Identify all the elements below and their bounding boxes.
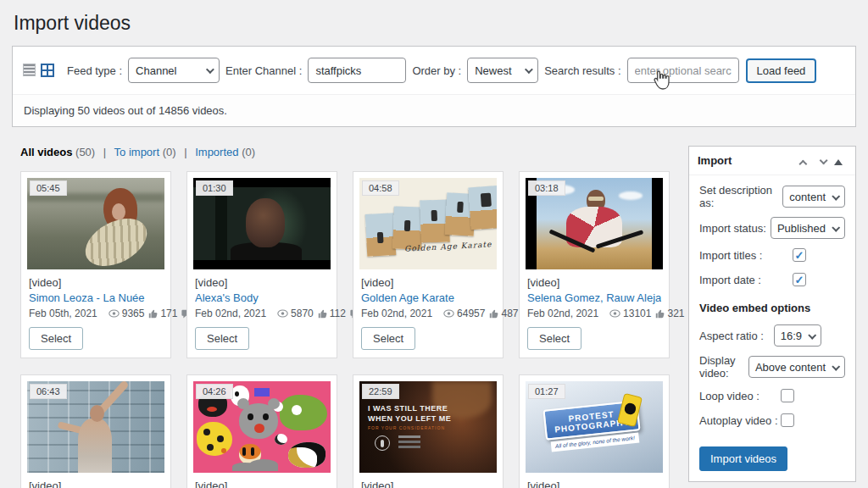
- duration-badge: 06:43: [30, 384, 67, 399]
- channel-input[interactable]: [308, 58, 406, 83]
- likes-count: 321: [667, 308, 684, 319]
- tab-to-import[interactable]: To import: [114, 146, 159, 158]
- thumbnail-art: [254, 424, 264, 433]
- video-card: 04:26 [video] Curious World of Animals (…: [186, 374, 337, 488]
- autoplay-video-checkbox[interactable]: [781, 413, 794, 427]
- video-thumbnail[interactable]: I WAS STILL THEREWHEN YOU LEFT ME FOR YO…: [359, 381, 497, 473]
- video-card: 01:30 [video] Alexa's Body Feb 02nd, 202…: [186, 171, 337, 358]
- video-list-tabs: All videos (50) | To import (0) | Import…: [20, 146, 676, 158]
- thumbnail-art: [193, 260, 331, 269]
- video-meta: Feb 05th, 2021 9365 171 18: [29, 308, 163, 319]
- move-up-icon[interactable]: [796, 155, 813, 167]
- page-title: Import videos: [0, 0, 868, 35]
- video-cards-grid: 05:45 [video] Simon Leoza - La Nuée Feb …: [20, 171, 676, 488]
- thumbs-up-icon: [148, 309, 158, 319]
- import-date-checkbox[interactable]: ✓: [793, 273, 806, 286]
- list-view-icon[interactable]: [23, 64, 36, 76]
- video-title-link[interactable]: Alexa's Body: [195, 291, 329, 304]
- order-by-select[interactable]: Newest: [467, 58, 538, 83]
- thumbs-up-icon: [489, 309, 498, 319]
- aspect-ratio-value: 16:9: [781, 330, 802, 342]
- import-videos-button[interactable]: Import videos: [699, 446, 787, 471]
- view-switcher: [23, 64, 54, 77]
- video-title-link[interactable]: Simon Leoza - La Nuée: [29, 291, 163, 304]
- sidebar: Import Set description as: content Impor…: [688, 146, 856, 488]
- video-card: 03:18 [video] Selena Gomez, Rauw Alejand…: [519, 171, 670, 358]
- set-description-label: Set description as:: [699, 184, 782, 209]
- video-card: Golden Age Karate 04:58 [video] Golden A…: [353, 171, 504, 358]
- select-button[interactable]: Select: [527, 327, 581, 350]
- thumbnail-art: [275, 434, 287, 445]
- select-button[interactable]: Select: [29, 327, 83, 350]
- import-titles-label: Import titles :: [699, 249, 793, 262]
- display-video-value: Above content: [755, 361, 826, 374]
- thumbnail-art: [292, 405, 302, 415]
- loop-video-checkbox[interactable]: [781, 389, 794, 402]
- select-button[interactable]: Select: [361, 327, 415, 350]
- video-thumbnail[interactable]: 05:45: [27, 178, 164, 269]
- move-down-icon[interactable]: [813, 155, 830, 167]
- display-video-label: Display video:: [699, 354, 748, 380]
- views-stat: 64957: [443, 308, 485, 319]
- import-titles-checkbox[interactable]: ✓: [793, 248, 806, 262]
- import-status-label: Import status:: [699, 222, 771, 235]
- video-thumbnail[interactable]: 04:26: [193, 381, 331, 473]
- video-title-link[interactable]: Selena Gomez, Rauw Alejandro - Bail...: [527, 291, 661, 304]
- thumbnail-art: [207, 407, 217, 412]
- thumbs-up-icon: [318, 309, 327, 319]
- thumbnail-art: [468, 186, 497, 230]
- tab-imported[interactable]: Imported: [195, 146, 238, 158]
- laurel-badge-icon: [375, 435, 390, 451]
- import-status-select[interactable]: Published: [771, 217, 845, 239]
- display-video-select[interactable]: Above content: [748, 356, 845, 378]
- select-button[interactable]: Select: [195, 327, 249, 350]
- set-description-select[interactable]: content: [782, 186, 845, 208]
- thumbnail-art: [588, 197, 604, 201]
- tab-all-videos-count: (50): [75, 146, 95, 158]
- video-title-link[interactable]: Golden Age Karate: [361, 291, 495, 304]
- video-date: Feb 02nd, 2021: [361, 308, 432, 319]
- thumbnail-art: [254, 388, 270, 396]
- thumbnail-art: [90, 405, 104, 422]
- likes-count: 112: [330, 308, 346, 319]
- video-shortcode-tag: [video]: [361, 480, 495, 488]
- load-feed-button[interactable]: Load feed: [747, 59, 816, 82]
- import-panel: Import Set description as: content Impor…: [688, 146, 856, 482]
- thumbnail-art: [215, 187, 227, 260]
- tab-all-videos[interactable]: All videos: [20, 146, 72, 158]
- grid-view-icon[interactable]: [41, 64, 54, 77]
- video-meta: Feb 02nd, 2021 64957 487 12: [361, 308, 495, 319]
- aspect-ratio-select[interactable]: 16:9: [774, 324, 821, 347]
- views-count: 64957: [457, 308, 485, 319]
- thumbnail-art: [288, 442, 326, 468]
- eye-icon: [277, 309, 288, 318]
- feed-type-select[interactable]: Channel: [128, 58, 220, 83]
- video-thumbnail[interactable]: PROTESTPHOTOGRAPHY All of the glory, non…: [526, 381, 663, 473]
- chevron-down-icon: [206, 65, 214, 74]
- video-thumbnail[interactable]: 03:18: [526, 178, 663, 269]
- thumbnail-art: [249, 459, 278, 471]
- video-thumbnail[interactable]: 06:43: [27, 381, 164, 473]
- thumbnail-art: [365, 213, 397, 257]
- video-thumbnail[interactable]: 01:30: [193, 178, 331, 269]
- thumbnail-art: [248, 413, 253, 420]
- results-status-text: Displaying 50 videos out of 14856 videos…: [13, 94, 855, 126]
- views-stat: 13101: [609, 308, 651, 319]
- likes-count: 171: [160, 308, 177, 319]
- likes-stat: 321: [655, 308, 684, 319]
- thumbnail-art: [280, 395, 327, 430]
- eye-icon: [443, 309, 454, 318]
- search-query-input[interactable]: [627, 58, 739, 83]
- thumbnail-art: [203, 429, 210, 435]
- views-stat: 5870: [277, 308, 314, 319]
- video-thumbnail[interactable]: Golden Age Karate 04:58: [359, 178, 497, 269]
- thumbnail-art: [242, 447, 246, 456]
- channel-label: Enter Channel :: [225, 64, 302, 77]
- duration-badge: 01:27: [528, 384, 565, 399]
- video-shortcode-tag: [video]: [361, 276, 495, 289]
- duration-badge: 04:26: [196, 384, 233, 399]
- order-by-value: Newest: [475, 64, 511, 77]
- tab-separator: |: [103, 146, 106, 158]
- toggle-panel-icon[interactable]: [830, 155, 847, 167]
- tab-to-import-count: (0): [163, 146, 176, 158]
